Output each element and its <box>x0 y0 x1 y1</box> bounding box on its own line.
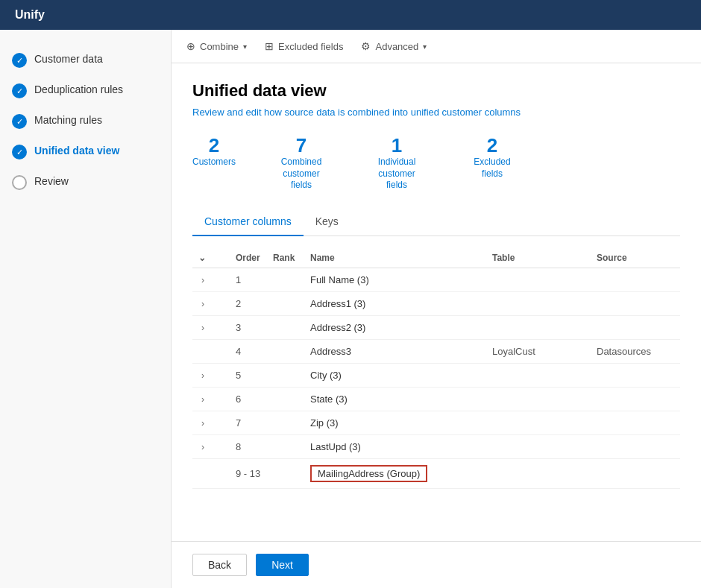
source-cell <box>591 411 680 434</box>
name-cell: LastUpd (3) <box>304 434 486 458</box>
col-header-expand: ⌄ <box>192 248 230 268</box>
expand-button[interactable]: › <box>198 393 207 406</box>
stat-customers-number: 2 <box>209 136 219 155</box>
table-row: ›3Address2 (3) <box>192 315 680 339</box>
table-cell <box>486 458 591 488</box>
sidebar: ✓ Customer data ✓ Deduplication rules ✓ … <box>0 30 172 588</box>
rank-cell <box>267 434 304 458</box>
rank-cell <box>267 387 304 411</box>
sidebar-item-label-unified-data-view: Unified data view <box>34 144 119 157</box>
expand-cell: › <box>192 291 230 315</box>
table-row: 4Address3LoyalCustDatasources <box>192 339 680 363</box>
stat-combined-fields-number: 7 <box>296 136 307 155</box>
step-indicator-deduplication-rules: ✓ <box>12 83 27 98</box>
col-header-order: Order <box>230 248 267 268</box>
name-cell: State (3) <box>304 387 486 411</box>
expand-button[interactable]: › <box>198 274 207 287</box>
order-cell: 5 <box>230 363 267 387</box>
name-cell: Address3 <box>304 339 486 363</box>
col-header-table: Table <box>486 248 591 268</box>
expand-button[interactable]: › <box>198 321 207 335</box>
source-cell <box>591 315 680 339</box>
combine-chevron-icon: ▾ <box>243 42 247 51</box>
order-cell: 6 <box>230 387 267 411</box>
sidebar-item-label-review: Review <box>34 174 69 188</box>
nav-excluded-fields-label: Excluded fields <box>278 41 343 52</box>
rank-cell <box>267 363 304 387</box>
step-indicator-customer-data: ✓ <box>12 53 27 68</box>
advanced-chevron-icon: ▾ <box>423 42 427 51</box>
stat-customers: 2 Customers <box>192 136 236 192</box>
data-table: ⌄ Order Rank Name Table Source ›1Full Na… <box>192 248 680 489</box>
page-content: Unified data view Review and edit how so… <box>172 63 701 541</box>
stat-combined-fields: 7 Combined customer fields <box>271 136 331 192</box>
source-cell <box>591 434 680 458</box>
table-row: ›2Address1 (3) <box>192 291 680 315</box>
order-cell: 2 <box>230 291 267 315</box>
tabs-row: Customer columns Keys <box>192 209 680 236</box>
excluded-fields-icon: ⊞ <box>265 40 274 52</box>
table-cell: LoyalCust <box>486 339 591 363</box>
source-cell: Datasources <box>591 339 680 363</box>
content-area: ⊕ Combine ▾ ⊞ Excluded fields ⚙ Advanced… <box>172 30 701 588</box>
advanced-icon: ⚙ <box>361 40 371 52</box>
stat-combined-fields-label: Combined customer fields <box>271 157 331 192</box>
order-cell: 8 <box>230 434 267 458</box>
stat-customers-label: Customers <box>192 157 236 168</box>
next-button[interactable]: Next <box>256 554 309 576</box>
footer-actions: Back Next <box>172 541 701 588</box>
app-header: Unify <box>0 0 701 30</box>
table-row: ›8LastUpd (3) <box>192 434 680 458</box>
sidebar-item-label-deduplication-rules: Deduplication rules <box>34 83 123 96</box>
name-cell: Full Name (3) <box>304 268 486 291</box>
highlighted-name: MailingAddress (Group) <box>310 465 427 482</box>
source-cell <box>591 268 680 291</box>
order-cell: 3 <box>230 315 267 339</box>
nav-combine[interactable]: ⊕ Combine ▾ <box>186 37 247 55</box>
tab-customer-columns[interactable]: Customer columns <box>192 209 304 236</box>
step-indicator-unified-data-view: ✓ <box>12 145 27 159</box>
sidebar-item-label-matching-rules: Matching rules <box>34 113 102 127</box>
expand-button[interactable]: › <box>198 440 207 454</box>
rank-cell <box>267 268 304 291</box>
stats-row: 2 Customers 7 Combined customer fields 1… <box>192 136 680 192</box>
source-cell <box>591 291 680 315</box>
page-subtitle: Review and edit how source data is combi… <box>192 107 680 118</box>
table-row: ›1Full Name (3) <box>192 268 680 291</box>
expand-button[interactable]: › <box>198 417 207 430</box>
table-cell <box>486 434 591 458</box>
order-cell: 7 <box>230 411 267 434</box>
step-indicator-matching-rules: ✓ <box>12 114 27 129</box>
table-cell <box>486 291 591 315</box>
expand-button[interactable]: › <box>198 369 207 382</box>
name-cell: Address1 (3) <box>304 291 486 315</box>
order-cell: 9 - 13 <box>230 458 267 488</box>
expand-cell: › <box>192 434 230 458</box>
sidebar-item-matching-rules[interactable]: ✓ Matching rules <box>0 106 171 136</box>
sidebar-item-unified-data-view[interactable]: ✓ Unified data view <box>0 136 171 167</box>
table-row: ›6State (3) <box>192 387 680 411</box>
expand-cell: › <box>192 315 230 339</box>
source-cell <box>591 387 680 411</box>
combine-icon: ⊕ <box>186 40 195 52</box>
expand-cell <box>192 339 230 363</box>
back-button[interactable]: Back <box>192 554 247 576</box>
order-cell: 1 <box>230 268 267 291</box>
sidebar-item-deduplication-rules[interactable]: ✓ Deduplication rules <box>0 75 171 106</box>
nav-advanced[interactable]: ⚙ Advanced ▾ <box>361 37 427 55</box>
tab-keys[interactable]: Keys <box>304 209 350 236</box>
sidebar-item-customer-data[interactable]: ✓ Customer data <box>0 45 171 75</box>
app-title: Unify <box>15 8 45 22</box>
expand-button[interactable]: › <box>198 297 207 311</box>
table-cell <box>486 411 591 434</box>
expand-cell: › <box>192 363 230 387</box>
table-cell <box>486 387 591 411</box>
sidebar-item-review[interactable]: Review <box>0 167 171 197</box>
rank-cell <box>267 291 304 315</box>
nav-combine-label: Combine <box>200 41 239 52</box>
nav-excluded-fields[interactable]: ⊞ Excluded fields <box>265 37 343 55</box>
source-cell <box>591 363 680 387</box>
stat-individual-fields-label: Individual customer fields <box>367 157 427 192</box>
table-cell <box>486 268 591 291</box>
table-row: ›7Zip (3) <box>192 411 680 434</box>
